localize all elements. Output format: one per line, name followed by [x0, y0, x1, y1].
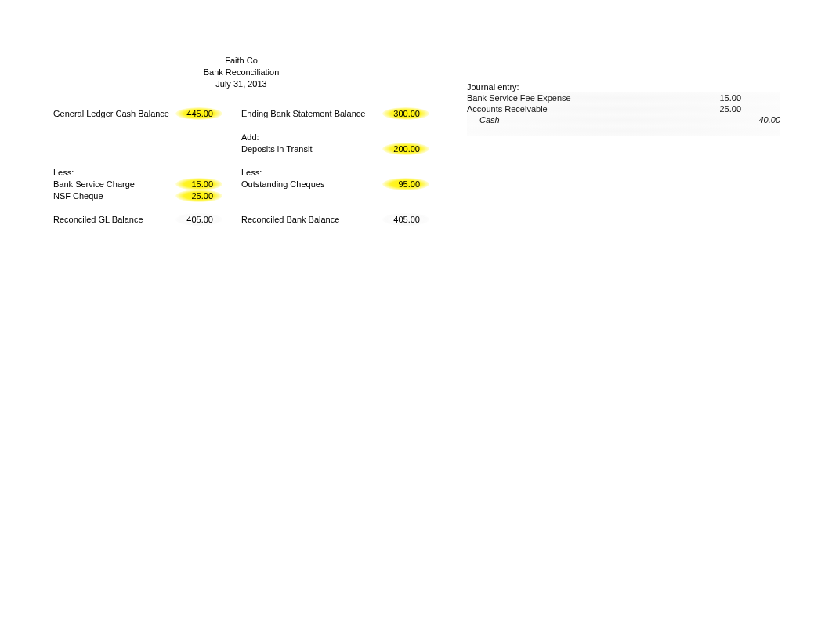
- journal-debit: 15.00: [702, 93, 741, 103]
- bank-less-label: Less:: [241, 168, 374, 177]
- gl-item-label: Bank Service Charge: [53, 179, 168, 189]
- journal-title: Journal entry:: [467, 82, 702, 92]
- gl-balance-value: 445.00: [175, 107, 222, 120]
- gl-item-value: 15.00: [175, 178, 222, 190]
- bank-add-item-value: 200.00: [382, 143, 429, 155]
- bank-less-item-value: 95.00: [382, 178, 429, 190]
- journal-account: Accounts Receivable: [467, 104, 702, 114]
- page-container: Faith Co Bank Reconciliation July 31, 20…: [0, 0, 832, 225]
- journal-block: Journal entry: Bank Service Fee Expense …: [467, 55, 780, 225]
- reconciliation-block: Faith Co Bank Reconciliation July 31, 20…: [53, 55, 429, 225]
- bank-less-item-label: Outstanding Cheques: [241, 179, 374, 189]
- journal-account: Cash: [467, 115, 702, 125]
- journal-credit: 40.00: [741, 115, 780, 125]
- bank-add-item-label: Deposits in Transit: [241, 144, 374, 154]
- gl-less-label: Less:: [53, 168, 168, 177]
- gl-reconciled-label: Reconciled GL Balance: [53, 215, 168, 224]
- company-name: Faith Co: [53, 55, 429, 67]
- journal-account: Bank Service Fee Expense: [467, 93, 702, 103]
- bank-column: Ending Bank Statement Balance 300.00 Add…: [241, 107, 429, 225]
- bank-reconciled-label: Reconciled Bank Balance: [241, 215, 374, 224]
- gl-balance-label: General Ledger Cash Balance: [53, 109, 169, 118]
- journal-debit: 25.00: [702, 104, 741, 114]
- gl-item-label: NSF Cheque: [53, 191, 168, 201]
- gl-reconciled-value: 405.00: [175, 213, 222, 226]
- bank-reconciled-value: 405.00: [382, 213, 429, 226]
- bank-balance-label: Ending Bank Statement Balance: [241, 109, 374, 118]
- gl-column: General Ledger Cash Balance 445.00 Less:…: [53, 107, 241, 225]
- bank-add-label: Add:: [241, 132, 374, 142]
- report-date: July 31, 2013: [53, 78, 429, 90]
- report-title: Bank Reconciliation: [53, 67, 429, 78]
- gl-item-value: 25.00: [175, 190, 222, 202]
- bank-balance-value: 300.00: [382, 107, 429, 120]
